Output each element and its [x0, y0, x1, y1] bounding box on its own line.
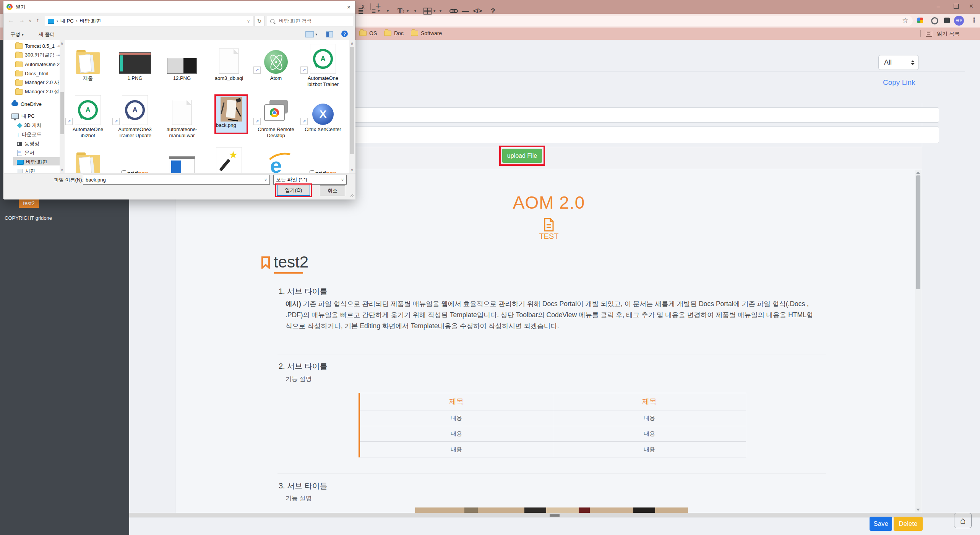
font-size-more-caret[interactable]: ▾	[414, 0, 416, 22]
reading-list-label[interactable]: 읽기 목록	[937, 31, 960, 37]
file-partial-window[interactable]	[159, 145, 204, 173]
content-scrollbar[interactable]	[915, 170, 922, 512]
table-icon[interactable]: ▾	[423, 0, 435, 22]
extensions-puzzle-icon[interactable]	[944, 18, 950, 23]
dialog-help-icon[interactable]: ?	[341, 31, 348, 37]
save-button[interactable]: Save	[870, 517, 892, 531]
breadcrumb-pc[interactable]: 내 PC	[60, 18, 74, 24]
home-button[interactable]: ⌂	[954, 513, 972, 528]
profile-avatar[interactable]: 국호	[954, 16, 964, 26]
resize-grip-icon[interactable]	[350, 193, 354, 197]
window-close-button[interactable]: ×	[962, 0, 980, 12]
cancel-button[interactable]: 취소	[320, 185, 345, 196]
tree-item-automateone2[interactable]: AutomateOne 2	[15, 60, 60, 68]
scroll-down-icon[interactable]	[916, 509, 920, 511]
tree-item-desktop[interactable]: 바탕 화면	[17, 158, 47, 166]
refresh-button[interactable]: ↻	[254, 16, 264, 26]
align-more-caret[interactable]: ▾	[387, 0, 389, 22]
tree-item-docs-html[interactable]: Docs_html	[15, 69, 48, 78]
forward-icon[interactable]: →	[19, 17, 25, 24]
align-icon[interactable]: ≡ ▾	[372, 0, 380, 22]
delete-button[interactable]: Delete	[894, 517, 923, 531]
ordered-list-icon[interactable]: ≣	[358, 0, 364, 22]
breadcrumb-caret-icon[interactable]: ∨	[247, 19, 250, 24]
new-folder-button[interactable]: 새 폴더	[39, 31, 55, 38]
table-more-caret[interactable]: ▾	[440, 0, 441, 22]
copy-link[interactable]: Copy Link	[883, 78, 915, 87]
file-partial-gridone2[interactable]: gridone	[300, 145, 346, 173]
scrollbar-thumb[interactable]	[350, 47, 354, 154]
tree-scrollbar[interactable]: ∧ ∨	[60, 40, 65, 173]
back-icon[interactable]: ←	[8, 17, 14, 24]
reading-list-icon[interactable]	[926, 31, 932, 37]
tree-item-3d-objects[interactable]: 3D 개체	[18, 121, 42, 130]
breadcrumb[interactable]: › 내 PC › 바탕 화면 ∨	[45, 16, 253, 26]
tree-item-tomcat[interactable]: Tomcat 8.5_1📌︎	[15, 42, 60, 50]
resize-bar[interactable]	[129, 513, 980, 517]
organize-button[interactable]: 구성 ▾	[10, 31, 24, 38]
file-partial-gridone[interactable]: gridone	[112, 145, 157, 173]
search-box[interactable]: 바탕 화면 검색	[267, 16, 353, 26]
file-automateone-ibizbot-trainer[interactable]: A↗ AutomateOne ibizbot Trainer	[300, 42, 346, 88]
gear-icon[interactable]	[931, 17, 938, 24]
file-jechul[interactable]: 제출	[65, 42, 110, 81]
select-caret-icon[interactable]: ∨	[341, 177, 344, 182]
tree-item-pictures[interactable]: 사진	[17, 167, 35, 173]
filter-dropdown[interactable]: All	[878, 55, 919, 70]
scroll-up-icon[interactable]: ∧	[350, 41, 354, 46]
file-partial-wand[interactable]: ★	[206, 145, 251, 173]
window-minimize-button[interactable]: –	[930, 0, 947, 12]
browser-menu-icon[interactable]: ⋮	[971, 16, 977, 24]
tree-item-manager-seol[interactable]: Manager 2.0 설	[15, 88, 59, 96]
file-atom[interactable]: ↗ Atom	[253, 42, 299, 81]
scrollbar-thumb[interactable]	[60, 92, 64, 134]
upload-file-button[interactable]: upload File	[502, 149, 542, 163]
history-caret-icon[interactable]: ∨	[29, 18, 32, 23]
dialog-close-icon[interactable]: ×	[347, 4, 350, 10]
link-icon[interactable]	[449, 0, 458, 22]
file-automateone-manual-war[interactable]: automateone-manual.war	[159, 94, 204, 139]
input-caret-icon[interactable]: ∨	[264, 177, 267, 182]
bookmark-folder-doc[interactable]: Doc	[384, 30, 404, 36]
file-12png[interactable]: 12.PNG	[159, 42, 204, 81]
scroll-up-icon[interactable]	[916, 172, 920, 174]
tree-item-manager-sa[interactable]: Manager 2.0 사	[15, 78, 59, 87]
tree-item-downloads[interactable]: ↓다운로드	[17, 130, 42, 139]
file-partial-folder[interactable]	[65, 145, 110, 173]
tree-item-documents[interactable]: 문서	[17, 149, 34, 157]
tree-item-onedrive[interactable]: OneDrive	[11, 100, 42, 108]
scroll-up-icon[interactable]: ∧	[60, 41, 63, 46]
bookmark-folder-os[interactable]: OS	[359, 30, 377, 36]
view-caret-icon[interactable]: ▾	[315, 32, 317, 36]
open-button[interactable]: 열기(O)	[277, 185, 310, 196]
code-view-icon[interactable]: </>	[473, 0, 482, 22]
thumbnail-view-icon[interactable]	[305, 31, 314, 37]
sidebar-item-test2[interactable]: test2	[19, 198, 39, 208]
files-scrollbar[interactable]: ∧ ∨	[349, 40, 355, 173]
file-automateone3-trainer-update[interactable]: A↗ AutomateOne3 Trainer Update	[112, 94, 157, 139]
file-citrix-xencenter[interactable]: X↗ Citrix XenCenter	[300, 94, 346, 133]
dialog-title-bar[interactable]: 열기 ×	[3, 1, 355, 13]
tree-item-my-pc[interactable]: 내 PC	[11, 112, 35, 120]
scrollbar-thumb[interactable]	[916, 175, 920, 289]
breadcrumb-desktop[interactable]: 바탕 화면	[80, 18, 101, 24]
tree-item-videos[interactable]: 동영상	[17, 139, 39, 148]
font-size-icon[interactable]: T↕ ▾	[398, 0, 409, 22]
file-automateone-ibizbot[interactable]: A↗ AutomateOne ibizbot	[65, 94, 110, 139]
file-1png[interactable]: 1.PNG	[112, 42, 157, 81]
file-aom3-db-sql[interactable]: aom3_db.sql	[206, 42, 251, 81]
file-back-png-selected[interactable]: back.png	[214, 94, 248, 134]
scroll-down-icon[interactable]: ∨	[60, 167, 63, 172]
bookmark-folder-software[interactable]: Software	[411, 30, 442, 36]
file-partial-ie[interactable]: e	[253, 145, 299, 173]
extension-colorful-icon[interactable]	[917, 18, 923, 23]
filename-input[interactable]: back.png∨	[83, 175, 270, 185]
file-chrome-remote-desktop[interactable]: ↗ Chrome Remote Desktop	[253, 94, 299, 139]
details-view-icon[interactable]	[326, 31, 333, 37]
help-icon[interactable]: ?	[491, 0, 495, 22]
bookmark-star-icon[interactable]: ☆	[902, 16, 909, 25]
tree-item-curriculum[interactable]: 300.커리큘럼📌︎	[15, 51, 60, 59]
scroll-down-icon[interactable]: ∨	[350, 167, 354, 172]
horizontal-rule-icon[interactable]: —	[462, 0, 469, 22]
up-icon[interactable]: ↑	[36, 16, 39, 23]
